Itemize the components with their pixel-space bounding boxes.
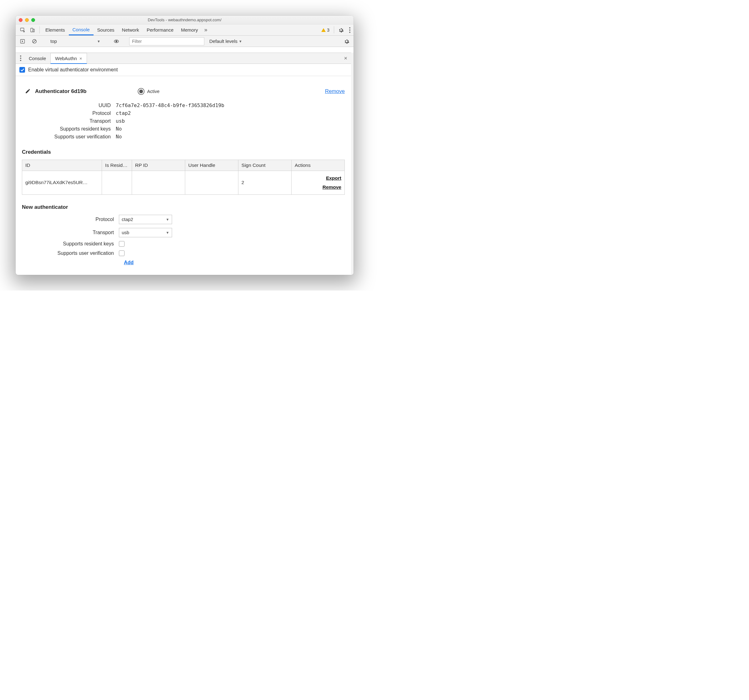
new-transport-value: usb (122, 230, 129, 235)
close-drawer-icon[interactable]: × (340, 53, 351, 64)
titlebar: DevTools - webauthndemo.appspot.com/ (16, 16, 353, 25)
new-transport-label: Transport (22, 230, 119, 236)
new-protocol-value: ctap2 (122, 217, 133, 222)
th-sign-count[interactable]: Sign Count (238, 160, 291, 171)
tab-performance[interactable]: Performance (143, 25, 177, 35)
srk-value: No (116, 126, 122, 132)
cred-id: gi9DBsn77iLAXdK7es5UR… (22, 171, 102, 195)
th-id[interactable]: ID (22, 160, 102, 171)
new-srk-checkbox[interactable] (119, 241, 125, 247)
close-tab-icon[interactable]: × (79, 56, 82, 61)
console-toolbar: top ▼ Default levels ▼ (16, 36, 353, 47)
export-credential-link[interactable]: Export (295, 173, 341, 182)
uuid-value: 7cf6a7e2-0537-48c4-b9fe-f3653826d19b (116, 103, 224, 108)
close-window-button[interactable] (19, 18, 23, 22)
more-tabs-icon[interactable]: » (202, 25, 210, 35)
chevron-down-icon: ▼ (97, 40, 101, 43)
sidebar-toggle-icon[interactable] (18, 39, 28, 44)
srk-label: Supports resident keys (22, 126, 116, 132)
enable-virtual-authenticator-row: Enable virtual authenticator environment (16, 64, 351, 76)
remove-authenticator-link[interactable]: Remove (325, 88, 345, 95)
new-authenticator-heading: New authenticator (22, 204, 345, 210)
warnings-badge[interactable]: 3 (319, 25, 332, 35)
drawer-tabs: Console WebAuthn × × (16, 53, 351, 64)
cred-rp-id (132, 171, 185, 195)
credential-row: gi9DBsn77iLAXdK7es5UR… 2 Export Remove (22, 171, 345, 195)
svg-rect-2 (33, 29, 34, 32)
protocol-value: ctap2 (116, 110, 131, 116)
chevron-down-icon: ▼ (166, 218, 169, 221)
cred-user-handle (185, 171, 238, 195)
live-expression-icon[interactable] (112, 39, 121, 44)
console-settings-icon[interactable] (342, 39, 352, 44)
protocol-label: Protocol (22, 110, 116, 116)
minimize-window-button[interactable] (25, 18, 29, 22)
remove-credential-link[interactable]: Remove (295, 182, 341, 191)
svg-rect-1 (31, 28, 33, 32)
traffic-lights (19, 18, 35, 22)
th-is-resident[interactable]: Is Resid… (102, 160, 132, 171)
tab-network[interactable]: Network (118, 25, 143, 35)
tab-sources[interactable]: Sources (93, 25, 118, 35)
enable-label: Enable virtual authenticator environment (28, 67, 118, 73)
drawer-tab-webauthn[interactable]: WebAuthn × (50, 53, 87, 64)
suv-label: Supports user verification (22, 134, 116, 139)
add-authenticator-link[interactable]: Add (124, 260, 134, 265)
zoom-window-button[interactable] (31, 18, 35, 22)
suv-value: No (116, 134, 122, 139)
new-srk-label: Supports resident keys (22, 241, 119, 247)
svg-line-5 (33, 40, 36, 43)
th-rp-id[interactable]: RP ID (132, 160, 185, 171)
customize-menu-icon[interactable] (346, 25, 353, 35)
authenticator-header: Authenticator 6d19b Active Remove (25, 88, 345, 95)
transport-label: Transport (22, 118, 116, 124)
new-suv-checkbox[interactable] (119, 250, 125, 256)
enable-checkbox[interactable] (19, 67, 25, 73)
th-actions: Actions (291, 160, 344, 171)
tab-memory[interactable]: Memory (177, 25, 202, 35)
clear-console-icon[interactable] (29, 39, 40, 44)
transport-value: usb (116, 118, 125, 124)
warning-icon (321, 28, 326, 32)
new-transport-select[interactable]: usb ▼ (119, 228, 172, 237)
active-radio[interactable]: Active (138, 88, 160, 95)
new-suv-label: Supports user verification (22, 250, 119, 256)
new-protocol-select[interactable]: ctap2 ▼ (119, 215, 172, 224)
device-toolbar-icon[interactable] (28, 25, 38, 35)
cred-is-resident (102, 171, 132, 195)
window-title: DevTools - webauthndemo.appspot.com/ (16, 18, 353, 22)
svg-point-7 (115, 40, 117, 42)
levels-label: Default levels (209, 38, 237, 44)
settings-icon[interactable] (336, 25, 346, 35)
cred-actions: Export Remove (291, 171, 344, 195)
credentials-heading: Credentials (22, 149, 345, 155)
webauthn-panel: Authenticator 6d19b Active Remove UUID7c… (16, 76, 351, 275)
uuid-label: UUID (22, 103, 116, 108)
main-tabs: Elements Console Sources Network Perform… (16, 25, 353, 36)
credentials-table: ID Is Resid… RP ID User Handle Sign Coun… (22, 160, 345, 195)
log-levels-select[interactable]: Default levels ▼ (206, 38, 245, 44)
inspect-element-icon[interactable] (18, 25, 28, 35)
chevron-down-icon: ▼ (239, 40, 242, 43)
drawer-tab-console[interactable]: Console (24, 53, 50, 64)
active-label: Active (147, 89, 160, 94)
context-value: top (50, 38, 57, 44)
th-user-handle[interactable]: User Handle (185, 160, 238, 171)
svg-rect-0 (21, 28, 24, 31)
warning-count: 3 (327, 28, 329, 32)
context-select[interactable]: top ▼ (47, 38, 104, 44)
radio-icon (138, 88, 145, 95)
edit-icon[interactable] (25, 88, 31, 95)
tab-console[interactable]: Console (69, 25, 93, 35)
chevron-down-icon: ▼ (166, 231, 169, 234)
drawer-menu-icon[interactable] (17, 53, 24, 64)
tab-elements[interactable]: Elements (41, 25, 69, 35)
new-protocol-label: Protocol (22, 217, 119, 222)
authenticator-name: Authenticator 6d19b (35, 88, 86, 95)
cred-sign-count: 2 (238, 171, 291, 195)
filter-input[interactable] (129, 37, 204, 45)
